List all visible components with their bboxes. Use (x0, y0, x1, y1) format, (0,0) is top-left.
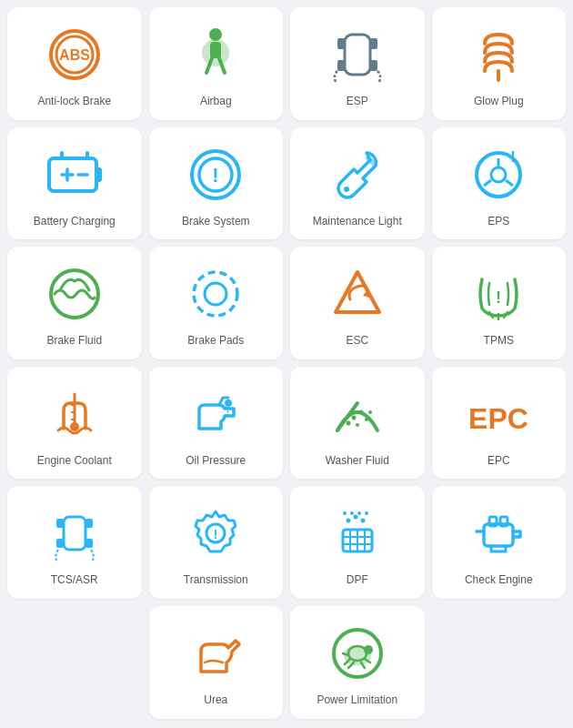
svg-point-37 (70, 422, 79, 431)
transmission-icon: ! (183, 500, 248, 566)
epc-icon: EPC (466, 381, 531, 447)
svg-point-63 (346, 519, 350, 523)
brake-system-icon: ! (183, 142, 248, 207)
oil-pressure-label: Oil Pressure (186, 454, 246, 469)
svg-point-44 (358, 410, 363, 414)
eps-icon: ! (466, 142, 531, 207)
svg-point-48 (368, 410, 372, 414)
card-brake-fluid[interactable]: Brake Fluid (7, 247, 142, 359)
brake-pads-label: Brake Pads (187, 334, 244, 349)
maintenance-light-icon (325, 142, 390, 207)
svg-point-41 (225, 399, 232, 407)
card-tcs-asr[interactable]: TCS/ASR (7, 486, 142, 599)
washer-fluid-label: Washer Fluid (326, 454, 389, 469)
svg-text:!: ! (511, 149, 516, 165)
svg-point-33 (205, 283, 226, 305)
epc-label: EPC (488, 454, 510, 469)
svg-line-29 (484, 180, 491, 186)
card-transmission[interactable]: ! Transmission (149, 486, 284, 599)
maintenance-light-label: Maintenance Light (313, 215, 402, 229)
airbag-label: Airbag (200, 95, 232, 109)
engine-coolant-label: Engine Coolant (37, 454, 112, 469)
svg-rect-8 (345, 35, 370, 75)
esp-icon (325, 22, 390, 87)
card-esc[interactable]: ESC (290, 247, 425, 359)
power-limitation-icon (325, 621, 390, 686)
tpms-label: TPMS (484, 334, 514, 349)
urea-icon (183, 621, 248, 686)
abs-icon: ABS (42, 22, 107, 87)
tpms-icon: ! (466, 261, 531, 327)
card-dpf[interactable]: DPF (290, 486, 425, 599)
card-esp[interactable]: ESP (290, 7, 425, 120)
svg-rect-54 (85, 539, 93, 548)
abs-label: Anti-lock Brake (37, 95, 111, 109)
svg-point-47 (365, 418, 368, 421)
card-oil-pressure[interactable]: Oil Pressure (149, 367, 284, 480)
card-washer-fluid[interactable]: Washer Fluid (290, 367, 425, 480)
card-battery-charging[interactable]: Battery Charging (7, 127, 142, 240)
svg-rect-70 (484, 524, 513, 546)
svg-point-45 (346, 420, 350, 425)
card-airbag[interactable]: Airbag (149, 7, 284, 120)
svg-rect-11 (337, 60, 345, 71)
card-epc[interactable]: EPC EPC (432, 367, 567, 480)
power-limitation-label: Power Limitation (317, 693, 397, 708)
airbag-icon (183, 22, 248, 87)
svg-text:EPC: EPC (468, 402, 528, 435)
glow-plug-label: Glow Plug (474, 95, 524, 109)
svg-point-67 (357, 511, 361, 515)
svg-point-5 (203, 40, 228, 66)
card-engine-coolant[interactable]: Engine Coolant (7, 367, 142, 480)
card-power-limitation[interactable]: Power Limitation (290, 606, 425, 719)
tcs-asr-icon (42, 500, 107, 566)
svg-point-69 (365, 511, 368, 515)
svg-rect-72 (500, 517, 508, 526)
svg-rect-12 (370, 60, 377, 71)
svg-point-68 (343, 511, 347, 515)
svg-text:ABS: ABS (59, 47, 90, 63)
card-glow-plug[interactable]: Glow Plug (432, 7, 567, 120)
transmission-label: Transmission (184, 573, 248, 588)
card-eps[interactable]: ! EPS (432, 127, 567, 240)
card-brake-pads[interactable]: Brake Pads (149, 247, 284, 359)
card-urea[interactable]: Urea (149, 606, 284, 719)
battery-charging-icon (42, 142, 107, 207)
card-maintenance-light[interactable]: Maintenance Light (290, 127, 425, 240)
svg-point-32 (194, 272, 237, 316)
urea-label: Urea (204, 693, 227, 708)
check-engine-icon (466, 500, 531, 566)
svg-point-65 (360, 519, 365, 523)
card-brake-system[interactable]: ! Brake System (149, 127, 284, 240)
oil-pressure-icon (183, 381, 248, 447)
svg-rect-53 (56, 539, 64, 548)
svg-rect-52 (85, 519, 93, 528)
warning-lights-grid: ABS Anti-lock Brake Airbag (0, 0, 573, 726)
tcs-asr-label: TCS/ASR (51, 573, 98, 588)
svg-point-24 (344, 187, 349, 192)
svg-point-64 (353, 515, 357, 520)
svg-point-46 (356, 423, 359, 427)
card-tpms[interactable]: ! TPMS (432, 247, 567, 359)
svg-text:!: ! (496, 288, 501, 307)
svg-rect-71 (489, 517, 497, 526)
engine-coolant-icon (42, 381, 107, 447)
esc-label: ESC (346, 334, 368, 349)
svg-text:!: ! (214, 527, 218, 541)
card-check-engine[interactable]: Check Engine (432, 486, 567, 599)
svg-point-31 (51, 270, 98, 318)
svg-point-66 (350, 511, 354, 515)
svg-rect-10 (370, 38, 377, 49)
svg-rect-15 (96, 167, 102, 182)
battery-charging-label: Battery Charging (34, 215, 116, 229)
svg-point-43 (351, 415, 356, 420)
check-engine-label: Check Engine (465, 573, 533, 588)
brake-fluid-icon (42, 261, 107, 327)
brake-pads-icon (183, 261, 248, 327)
svg-rect-9 (337, 38, 345, 49)
dpf-label: DPF (347, 573, 368, 588)
card-abs[interactable]: ABS Anti-lock Brake (7, 7, 142, 120)
glow-plug-icon (466, 22, 531, 87)
svg-point-76 (364, 645, 373, 654)
svg-text:!: ! (213, 164, 219, 187)
